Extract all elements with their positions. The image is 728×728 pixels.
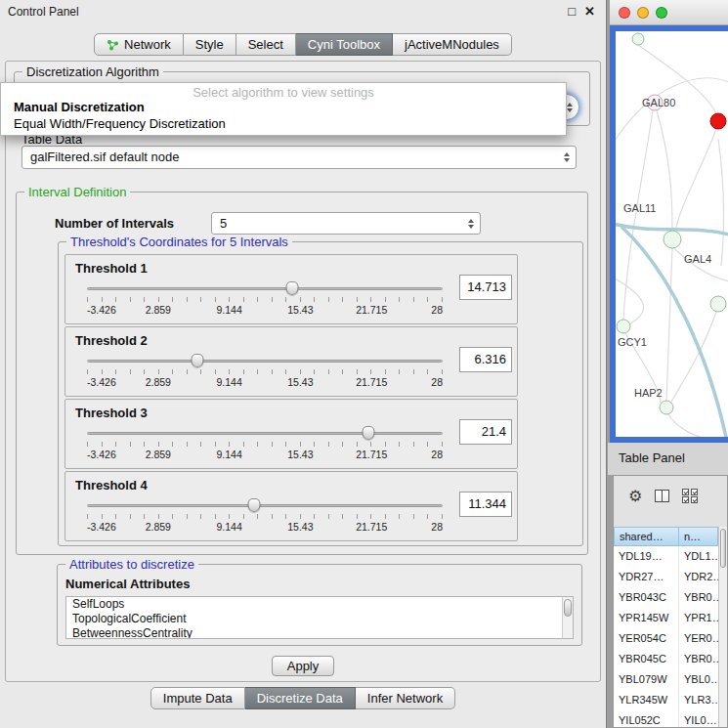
table-row[interactable]: YBR045CYBR0… [614,649,718,669]
tab-top-select[interactable]: Select [236,33,296,56]
tab-top-network[interactable]: Network [94,33,184,56]
slider-ticks [87,297,443,302]
table-cell[interactable]: YBR0… [679,587,718,608]
attributes-group: Attributes to discretize Numerical Attri… [57,564,582,646]
close-traffic-light-icon[interactable] [619,7,630,19]
table-row[interactable]: YLR345WYLR3… [614,690,718,710]
threshold-slider[interactable]: -3.4262.8599.14415.4321.71528 [87,426,443,463]
network-edge [668,414,715,437]
table-cell[interactable]: YDL1… [679,546,718,567]
column-header[interactable]: n… [679,527,718,546]
slider-thumb[interactable] [191,354,203,367]
network-node[interactable] [710,113,726,129]
table-data-combobox[interactable]: galFiltered.sif default node [21,146,577,169]
table-cell[interactable]: YIL0… [679,710,718,727]
table-row[interactable]: YBL079WYBL0… [614,669,718,690]
table-row[interactable]: YBR043CYBR0… [614,587,718,608]
zoom-traffic-light-icon[interactable] [656,7,667,19]
slider-thumb[interactable] [286,281,299,295]
table-row[interactable]: YER054CYER0… [614,628,718,649]
table-cell[interactable]: YBL0… [679,669,718,690]
network-node[interactable] [710,296,726,312]
list-scrollbar[interactable] [562,597,573,638]
list-item[interactable]: BetweennessCentrality [66,626,573,639]
threshold-slider[interactable]: -3.4262.8599.14415.4321.71528 [87,281,443,319]
select-columns-icon[interactable] [682,489,699,503]
algorithm-option-manual-discretization[interactable]: Manual Discretization [1,99,566,115]
algorithm-option-equal-width-frequency-discretization[interactable]: Equal Width/Frequency Discretization [1,115,566,132]
table-cell[interactable]: YDR2… [679,567,718,587]
threshold-value-field[interactable]: 6.316 [459,347,512,372]
tab-top-style[interactable]: Style [184,33,236,56]
threshold-slider[interactable]: -3.4262.8599.14415.4321.71528 [87,498,443,535]
table-row[interactable]: YPR145WYPR1… [614,608,718,628]
gear-icon[interactable]: ⚙ [628,488,642,505]
tab-top-cyni-toolbox[interactable]: Cyni Toolbox [296,33,393,56]
attributes-group-title: Attributes to discretize [65,557,198,572]
scale-label: -3.426 [87,376,116,388]
minimize-icon[interactable]: □ [568,4,576,19]
tab-label: Select [248,37,283,52]
table-scrollbar[interactable] [718,527,727,727]
network-edge [657,110,672,231]
table-row[interactable]: YDL19…YDL1… [614,546,718,567]
tab-top-jactivemnodules[interactable]: jActiveMNodules [393,33,512,56]
table-cell[interactable]: YBR043C [614,587,679,608]
network-graph[interactable]: GAL80GAL11GAL4GCY1HAP2 [616,31,728,437]
threshold-value-field[interactable]: 14.713 [459,275,512,300]
minimize-traffic-light-icon[interactable] [637,7,649,19]
scale-label: 28 [431,304,443,316]
slider-scale: -3.4262.8599.14415.4321.71528 [87,304,443,317]
tab-bottom-discretize-data[interactable]: Discretize Data [245,687,356,709]
number-of-intervals-spinner[interactable]: 5 [211,212,481,235]
threshold-panel: Threshold 3-3.4262.8599.14415.4321.71528… [64,399,518,469]
table-cell[interactable]: YDR27… [614,567,679,587]
threshold-slider[interactable]: -3.4262.8599.14415.4321.71528 [87,354,443,391]
table-cell[interactable]: YER054C [614,628,679,649]
slider-thumb[interactable] [362,426,374,440]
threshold-value-field[interactable]: 11.344 [459,492,512,517]
scrollbar-thumb[interactable] [720,529,726,568]
slider-thumb[interactable] [248,498,261,512]
network-node[interactable] [664,231,681,248]
apply-button[interactable]: Apply [272,656,334,676]
network-edge [666,248,672,401]
columns-icon[interactable] [655,490,669,502]
column-header[interactable]: shared… [614,527,679,546]
tab-bottom-infer-network[interactable]: Infer Network [356,687,455,709]
table-cell[interactable]: YLR3… [679,690,718,710]
table-cell[interactable]: YIL052C [614,710,679,727]
table-cell[interactable]: YPR145W [614,608,679,628]
scale-label: 28 [431,521,443,533]
close-icon[interactable]: ✕ [584,4,595,19]
tab-label: Cyni Toolbox [308,37,380,52]
list-item[interactable]: SelfLoops [66,597,573,612]
scale-label: -3.426 [87,521,116,533]
table-cell[interactable]: YDL19… [614,546,679,567]
table-cell[interactable]: YBR045C [614,649,679,669]
table-row[interactable]: YIL052CYIL0… [614,710,718,727]
numerical-attributes-list[interactable]: SelfLoopsTopologicalCoefficientBetweenne… [65,596,574,639]
network-canvas[interactable]: GAL80GAL11GAL4GCY1HAP2 [616,31,728,437]
threshold-value-field[interactable]: 21.4 [459,419,512,445]
network-node[interactable] [617,320,630,333]
table-cell[interactable]: YPR1… [679,608,718,628]
list-item[interactable]: TopologicalCoefficient [66,612,573,626]
cyni-toolbox-panel: Discretization Algorithm Table Data galF… [5,61,601,682]
network-node[interactable] [660,401,673,414]
slider-track [87,287,443,290]
network-edge [616,276,644,324]
slider-track [87,432,443,435]
tab-label: Infer Network [367,691,443,706]
tab-bottom-impute-data[interactable]: Impute Data [150,687,245,709]
table-cell[interactable]: YBR0… [679,649,718,669]
table-cell[interactable]: YBL079W [614,669,679,690]
scrollbar-thumb[interactable] [564,599,572,617]
table-cell[interactable]: YER0… [679,628,718,649]
network-view-window: GAL80GAL11GAL4GCY1HAP2 [610,0,728,443]
window-title: Control Panel [8,5,79,19]
thresholds-group: Threshold's Coordinates for 5 Intervals … [58,241,583,546]
network-node[interactable] [632,33,644,45]
table-row[interactable]: YDR27…YDR2… [614,567,718,587]
table-cell[interactable]: YLR345W [614,690,679,710]
